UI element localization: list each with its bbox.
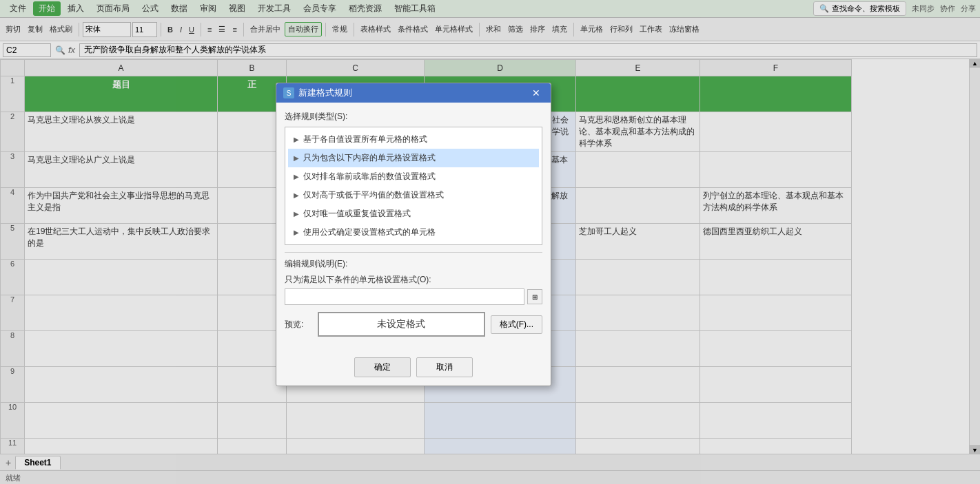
- rule-label-1: 基于各自值设置所有单元格的格式: [303, 134, 427, 145]
- rule-arrow-4: ▶: [294, 191, 299, 199]
- dialog-title: 新建格式规则: [298, 87, 352, 99]
- condition-select-range-btn[interactable]: ⊞: [527, 289, 542, 304]
- condition-label: 只为满足以下条件的单元格设置格式(O):: [285, 274, 542, 286]
- cancel-button[interactable]: 取消: [416, 357, 473, 377]
- dialog-title-icon: S: [283, 87, 294, 98]
- dialog-close-button[interactable]: ✕: [529, 87, 544, 99]
- rule-label-4: 仅对高于或低于平均值的数值设置格式: [303, 189, 444, 201]
- rule-arrow-6: ▶: [294, 229, 299, 236]
- section-divider: [285, 252, 542, 253]
- rule-arrow-1: ▶: [294, 136, 299, 143]
- dialog-overlay: S 新建格式规则 ✕ 选择规则类型(S): ▶ 基于各自值设置所有单元格的格式 …: [0, 0, 980, 484]
- dialog-title-bar: S 新建格式规则 ✕: [276, 83, 551, 103]
- dialog-footer: 确定 取消: [276, 353, 551, 386]
- rule-item-3[interactable]: ▶ 仅对排名靠前或靠后的数值设置格式: [288, 167, 539, 186]
- preview-text: 未设定格式: [377, 318, 425, 330]
- rule-label-6: 使用公式确定要设置格式式的单元格: [303, 227, 436, 238]
- new-rule-dialog: S 新建格式规则 ✕ 选择规则类型(S): ▶ 基于各自值设置所有单元格的格式 …: [276, 83, 551, 386]
- preview-label: 预览:: [285, 319, 312, 330]
- confirm-button[interactable]: 确定: [354, 357, 411, 377]
- rule-arrow-3: ▶: [294, 173, 299, 180]
- rule-item-4[interactable]: ▶ 仅对高于或低于平均值的数值设置格式: [288, 186, 539, 204]
- rule-arrow-2: ▶: [294, 154, 299, 162]
- dialog-body: 选择规则类型(S): ▶ 基于各自值设置所有单元格的格式 ▶ 只为包含以下内容的…: [276, 103, 551, 353]
- rule-label-2: 只为包含以下内容的单元格设置格式: [303, 152, 436, 164]
- rule-item-5[interactable]: ▶ 仅对唯一值或重复值设置格式: [288, 204, 539, 223]
- rule-item-2[interactable]: ▶ 只为包含以下内容的单元格设置格式: [288, 149, 539, 167]
- condition-input-row: ⊞: [285, 288, 542, 305]
- rule-type-label: 选择规则类型(S):: [285, 111, 542, 123]
- rule-item-1[interactable]: ▶ 基于各自值设置所有单元格的格式: [288, 130, 539, 149]
- rule-item-6[interactable]: ▶ 使用公式确定要设置格式式的单元格: [288, 223, 539, 242]
- rule-label-5: 仅对唯一值或重复值设置格式: [303, 208, 411, 220]
- preview-row: 预览: 未设定格式 格式(F)...: [285, 312, 542, 337]
- edit-rule-label: 编辑规则说明(E):: [285, 258, 542, 270]
- preview-box: 未设定格式: [318, 312, 485, 337]
- rule-arrow-5: ▶: [294, 210, 299, 218]
- format-button[interactable]: 格式(F)...: [491, 315, 542, 334]
- rule-type-list: ▶ 基于各自值设置所有单元格的格式 ▶ 只为包含以下内容的单元格设置格式 ▶ 仅…: [285, 127, 542, 245]
- condition-input-field[interactable]: [285, 288, 524, 305]
- rule-label-3: 仅对排名靠前或靠后的数值设置格式: [303, 171, 436, 182]
